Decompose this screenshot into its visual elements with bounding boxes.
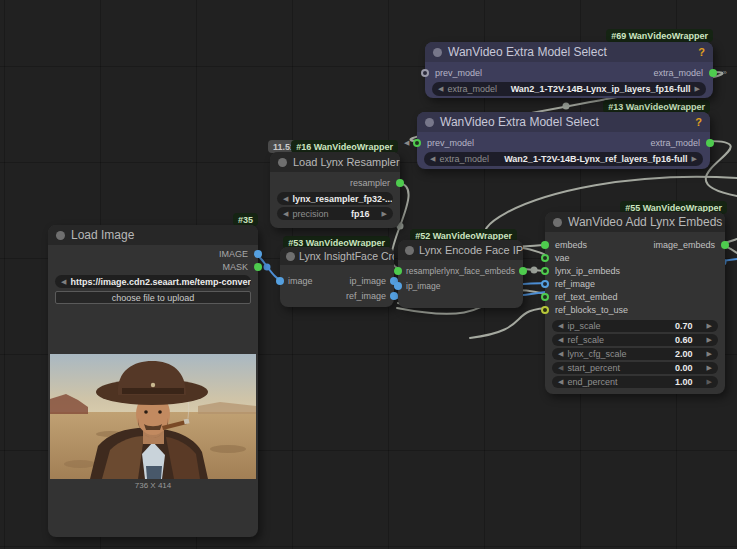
input-socket-embeds[interactable]: [541, 241, 549, 249]
widget-value: 0.70: [675, 321, 693, 331]
widget-value: https://image.cdn2.seaart.me/temp-conver…: [70, 277, 251, 287]
input-socket-resampler[interactable]: [394, 267, 402, 275]
node-title-bar[interactable]: Load Image: [48, 225, 258, 245]
input-label: prev_model: [435, 68, 482, 78]
node-title-bar[interactable]: WanVideo Extra Model Select ?: [425, 42, 713, 62]
node-load-lynx-resampler[interactable]: Load Lynx Resampler resampler ◀ lynx_res…: [270, 152, 400, 228]
collapse-dot-icon[interactable]: [433, 48, 442, 57]
output-label-image: IMAGE: [219, 249, 248, 259]
arrow-left-icon[interactable]: ◀: [283, 210, 288, 218]
help-icon[interactable]: ?: [698, 46, 705, 58]
input-socket-ref-blocks[interactable]: [541, 306, 549, 314]
widget-label: start_percent: [567, 363, 620, 373]
arrow-left-icon[interactable]: ◀: [558, 322, 563, 330]
help-icon[interactable]: ?: [695, 116, 702, 128]
widget-resampler-model[interactable]: ◀ lynx_resampler_fp32-... ▶: [277, 192, 393, 205]
widget-label: extra_model: [447, 84, 497, 94]
widget-value: 0.60: [675, 335, 693, 345]
node-graph-canvas[interactable]: #69 WanVideoWrapper #13 WanVideoWrapper …: [0, 0, 737, 549]
arrow-right-icon[interactable]: ▶: [382, 210, 387, 218]
input-socket-image[interactable]: [276, 277, 284, 285]
input-socket-ip-image[interactable]: [394, 282, 402, 290]
input-label: prev_model: [427, 138, 474, 148]
arrow-left-icon[interactable]: ◀: [430, 155, 435, 163]
widget-extra-model[interactable]: ◀ extra_model Wan2_1-T2V-14B-Lynx_ip_lay…: [432, 82, 706, 96]
widget-label: lynx_cfg_scale: [567, 349, 626, 359]
output-label-mask: MASK: [222, 262, 248, 272]
output-socket-extra-model[interactable]: [709, 69, 717, 77]
node-extra-model-select-69[interactable]: WanVideo Extra Model Select ? prev_model…: [425, 42, 713, 98]
node-lynx-encode-face-ip[interactable]: Lynx Encode Face IP resampler lynx_face_…: [398, 240, 523, 308]
node-extra-model-select-13[interactable]: WanVideo Extra Model Select ? ◀ prev_mod…: [417, 112, 710, 169]
upload-file-button[interactable]: choose file to upload: [55, 291, 251, 304]
node-lynx-insightface-crop[interactable]: Lynx InsightFace Crop image ip_image ref…: [280, 247, 394, 307]
input-socket-prev-model[interactable]: [413, 139, 421, 147]
collapse-dot-icon[interactable]: [56, 231, 65, 240]
arrow-left-icon[interactable]: ◀: [558, 364, 563, 372]
node-title: Lynx Encode Face IP: [419, 244, 523, 256]
widget-precision[interactable]: ◀ precision fp16 ▶: [277, 207, 393, 220]
arrow-left-icon[interactable]: ◀: [558, 336, 563, 344]
arrow-left-icon[interactable]: ◀: [558, 378, 563, 386]
output-socket-extra-model[interactable]: [706, 139, 714, 147]
widget-value: Wan2_1-T2V-14B-Lynx_ip_layers_fp16-full: [511, 84, 691, 94]
collapse-dot-icon[interactable]: [553, 218, 562, 227]
node-add-lynx-embeds[interactable]: WanVideo Add Lynx Embeds embeds image_em…: [545, 212, 725, 394]
input-label: ref_text_embed: [555, 292, 618, 302]
output-label: ip_image: [349, 276, 386, 286]
widget-extra-model[interactable]: ◀ extra_model Wan2_1-T2V-14B-Lynx_ref_la…: [424, 152, 703, 166]
output-socket-ref-image[interactable]: [390, 292, 398, 300]
output-socket-image[interactable]: [254, 250, 262, 258]
input-socket-prev-model[interactable]: [421, 69, 429, 77]
collapse-dot-icon[interactable]: [278, 158, 287, 167]
output-socket-face-embeds[interactable]: [519, 267, 527, 275]
widget-image-url[interactable]: ◀ https://image.cdn2.seaart.me/temp-conv…: [55, 275, 251, 288]
node-title-bar[interactable]: Lynx InsightFace Crop: [280, 247, 394, 265]
widget-value: lynx_resampler_fp32-...: [292, 194, 392, 204]
output-socket-image-embeds[interactable]: [721, 241, 729, 249]
input-label: lynx_ip_embeds: [555, 266, 620, 276]
arrow-left-icon[interactable]: ◀: [558, 350, 563, 358]
arrow-right-icon[interactable]: ▶: [695, 85, 700, 93]
node-title: Load Image: [71, 228, 134, 242]
arrow-right-icon[interactable]: ▶: [707, 378, 712, 386]
output-socket-resampler[interactable]: [396, 179, 404, 187]
widget-label: end_percent: [567, 377, 617, 387]
collapse-dot-icon[interactable]: [286, 252, 295, 261]
arrow-right-icon[interactable]: ▶: [707, 350, 712, 358]
collapse-left-icon: ◀: [404, 139, 409, 147]
output-label: extra_model: [650, 138, 700, 148]
arrow-left-icon[interactable]: ◀: [283, 195, 288, 203]
node-title: Lynx InsightFace Crop: [299, 250, 394, 262]
widget-start-percent[interactable]: ◀ start_percent 0.00 ▶: [552, 362, 718, 374]
arrow-right-icon[interactable]: ▶: [707, 336, 712, 344]
image-preview: [50, 354, 256, 479]
widget-label: precision: [292, 209, 328, 219]
widget-value: Wan2_1-T2V-14B-Lynx_ref_layers_fp16-full: [504, 154, 687, 164]
widget-ip-scale[interactable]: ◀ ip_scale 0.70 ▶: [552, 320, 718, 332]
output-socket-mask[interactable]: [254, 263, 262, 271]
arrow-left-icon[interactable]: ◀: [61, 278, 66, 286]
input-socket-lynx-ip-embeds[interactable]: [541, 267, 549, 275]
input-socket-ref-image[interactable]: [541, 280, 549, 288]
output-label: ref_image: [346, 291, 386, 301]
input-label: ip_image: [406, 281, 441, 291]
input-socket-ref-text-embed[interactable]: [541, 293, 549, 301]
arrow-right-icon[interactable]: ▶: [692, 155, 697, 163]
node-title-bar[interactable]: Load Lynx Resampler: [270, 152, 400, 172]
widget-lynx-cfg-scale[interactable]: ◀ lynx_cfg_scale 2.00 ▶: [552, 348, 718, 360]
arrow-right-icon[interactable]: ▶: [707, 364, 712, 372]
collapse-dot-icon[interactable]: [405, 246, 414, 255]
node-title-bar[interactable]: Lynx Encode Face IP: [398, 240, 523, 260]
widget-ref-scale[interactable]: ◀ ref_scale 0.60 ▶: [552, 334, 718, 346]
node-load-image[interactable]: Load Image IMAGE MASK ◀ https://image.cd…: [48, 225, 258, 537]
widget-end-percent[interactable]: ◀ end_percent 1.00 ▶: [552, 376, 718, 388]
input-socket-vae[interactable]: [541, 254, 549, 262]
arrow-left-icon[interactable]: ◀: [438, 85, 443, 93]
input-label: vae: [555, 253, 570, 263]
collapse-dot-icon[interactable]: [425, 118, 434, 127]
node-title-bar[interactable]: WanVideo Extra Model Select ?: [417, 112, 710, 132]
node-title-bar[interactable]: WanVideo Add Lynx Embeds: [545, 212, 725, 232]
widget-value: 1.00: [675, 377, 693, 387]
arrow-right-icon[interactable]: ▶: [707, 322, 712, 330]
